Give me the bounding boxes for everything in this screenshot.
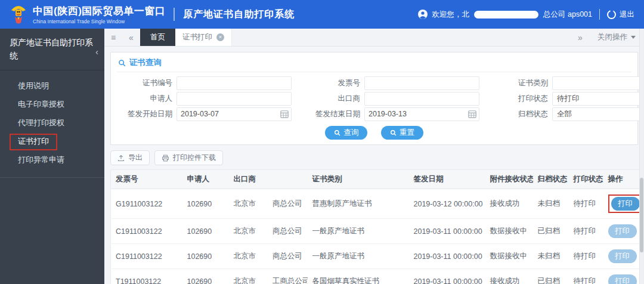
- print-button[interactable]: 打印: [608, 274, 637, 284]
- sidebar-item-eseal-authorization[interactable]: 电子印章授权: [0, 95, 104, 113]
- applicant-code: 102690: [187, 200, 212, 208]
- cert-type: 各国烟草真实性证书: [308, 269, 409, 284]
- power-icon: [607, 10, 616, 19]
- print-status-select[interactable]: 待打印: [552, 92, 644, 106]
- cert-type: 一般原产地证书: [308, 244, 409, 269]
- sidebar-item-agent-print-authorization[interactable]: 代理打印授权: [0, 113, 104, 132]
- start-date-label: 签发开始日期: [117, 109, 177, 119]
- table-row: T1911003122 102690 北京市工商总公司 各国烟草真实性证书 20…: [111, 269, 642, 284]
- invoice-no-label: 发票号: [305, 78, 364, 88]
- col-cert-type: 证书类别: [308, 170, 409, 189]
- print-control-download-button[interactable]: 打印控件下载: [154, 150, 223, 165]
- app-window: 中国(陕西)国际贸易单一窗口 China International Trade…: [0, 0, 644, 284]
- applicant-input[interactable]: [177, 92, 292, 106]
- start-date-input[interactable]: [177, 107, 292, 121]
- print-status-label: 打印状态: [493, 94, 552, 104]
- export-icon: [117, 155, 125, 162]
- search-button[interactable]: 查询: [325, 126, 367, 140]
- redaction: [162, 254, 178, 260]
- logout-button[interactable]: 退出: [607, 10, 634, 20]
- calendar-icon[interactable]: [468, 110, 476, 118]
- calendar-icon[interactable]: [280, 110, 289, 118]
- tab-home[interactable]: 首页: [140, 29, 175, 46]
- col-exporter: 出口商: [229, 170, 308, 189]
- redaction-blob: [474, 11, 538, 18]
- exporter-input[interactable]: [364, 92, 479, 106]
- search-icon: [118, 59, 126, 67]
- exporter-name: 北京市: [234, 199, 256, 208]
- archive-status: 未归档: [533, 244, 569, 269]
- issue-date: 2019-03-11 00:00:00: [409, 219, 485, 244]
- end-date-input[interactable]: [364, 107, 479, 121]
- close-operations-label: 关闭操作: [597, 32, 627, 42]
- search-icon: [390, 129, 397, 136]
- active-item-highlight: 证书打印: [10, 134, 57, 150]
- certificate-query-panel: 证书查询 证书编号 发票号 证书类别: [110, 52, 638, 145]
- applicant-label: 申请人: [117, 94, 177, 104]
- user-icon: [418, 10, 428, 19]
- cert-no-input[interactable]: [177, 76, 292, 90]
- exporter-name: 工商总公司: [273, 277, 308, 284]
- attach-status: 数据接收中: [485, 244, 533, 269]
- cert-type: 普惠制原产地证书: [308, 189, 409, 219]
- sidebar-title-label: 原产地证书自助打印系统: [10, 36, 95, 62]
- sidebar-menu: 使用说明 电子印章授权 代理打印授权 证书打印 打印异常申请: [0, 70, 104, 178]
- print-button[interactable]: 打印: [611, 197, 640, 211]
- tabs-scroll-left-icon[interactable]: «: [122, 29, 140, 46]
- cert-type-input[interactable]: [552, 76, 644, 90]
- issue-date: 2019-03-11 00:00:00: [409, 244, 485, 269]
- user-info: 欢迎您，北总公司 aps001: [418, 10, 592, 20]
- col-archive-status: 归档状态: [533, 170, 569, 189]
- archive-status-select[interactable]: 全部: [552, 107, 644, 121]
- brand-text: 中国(陕西)国际贸易单一窗口 China International Trade…: [33, 4, 165, 24]
- issue-date: 2019-03-11 00:00:00: [409, 269, 485, 284]
- welcome-text-suffix: 总公司 aps001: [543, 10, 592, 20]
- invoice-no: C1911003122: [116, 252, 162, 261]
- scrollbar-thumb[interactable]: [640, 178, 643, 252]
- exporter-name: 商总公司: [273, 199, 302, 208]
- col-invoice: 发票号: [111, 170, 182, 189]
- reset-button-label: 重置: [400, 128, 414, 138]
- cert-no-label: 证书编号: [117, 78, 177, 88]
- close-operations-dropdown[interactable]: 关闭操作: [589, 29, 644, 46]
- sidebar-item-print-exception-request[interactable]: 打印异常申请: [0, 150, 104, 169]
- top-header: 中国(陕西)国际贸易单一窗口 China International Trade…: [0, 0, 644, 29]
- content-area: 证书查询 证书编号 发票号 证书类别: [104, 47, 644, 284]
- print-button[interactable]: 打印: [608, 249, 637, 263]
- redaction: [212, 279, 222, 284]
- table-row: G1911003122 102690 北京市商总公司 普惠制原产地证书 2019…: [111, 189, 642, 219]
- attach-status: 数据接收中: [485, 219, 533, 244]
- sidebar-divider: [0, 177, 104, 178]
- logout-label: 退出: [620, 10, 634, 20]
- invoice-no: G1911003122: [116, 200, 162, 208]
- sidebar-item-usage-instructions[interactable]: 使用说明: [0, 76, 104, 95]
- print-button[interactable]: 打印: [608, 224, 637, 238]
- invoice-no-input[interactable]: [364, 76, 479, 90]
- certificates-table: 发票号 申请人 出口商 证书类别 签发日期 附件接收状态 归档状态 打印状态 操…: [110, 169, 642, 284]
- sidebar-collapse-icon[interactable]: ‹: [95, 45, 98, 58]
- export-button[interactable]: 导出: [110, 150, 150, 165]
- attach-status: 接收成功: [485, 269, 533, 284]
- brand: 中国(陕西)国际贸易单一窗口 China International Trade…: [10, 4, 165, 24]
- print-status: 待打印: [569, 269, 603, 284]
- query-buttons-row: 查询 重置: [117, 126, 631, 140]
- menu-toggle-icon[interactable]: ≡: [104, 29, 122, 46]
- tabs-scroll-right-icon[interactable]: »: [571, 29, 589, 46]
- sidebar-item-certificate-print[interactable]: 证书打印: [0, 132, 104, 150]
- export-button-label: 导出: [128, 153, 143, 163]
- tab-bar: ≡ « 首页 证书打印 × » 关闭操作: [104, 29, 644, 47]
- tab-close-icon[interactable]: ×: [216, 33, 224, 41]
- table-row: C1911003122 102690 北京市商总公司 一般原产地证书 2019-…: [111, 219, 642, 244]
- applicant-code: 102690: [187, 252, 212, 261]
- attach-status: 接收成功: [485, 189, 533, 219]
- reset-button[interactable]: 重置: [381, 126, 423, 140]
- exporter-name: 北京市: [234, 277, 256, 284]
- exporter-name: 北京市: [234, 252, 256, 260]
- query-panel-title: 证书查询: [117, 55, 631, 72]
- brand-subtitle: China International Trade Single Window: [33, 18, 165, 24]
- col-issue-date: 签发日期: [409, 170, 485, 189]
- archive-status-value: 全部: [557, 109, 572, 119]
- table-row: C1911003122 102690 北京市商总公司 一般原产地证书 2019-…: [111, 244, 642, 269]
- scrollbar-track[interactable]: [639, 29, 644, 284]
- tab-certificate-print[interactable]: 证书打印 ×: [175, 29, 232, 46]
